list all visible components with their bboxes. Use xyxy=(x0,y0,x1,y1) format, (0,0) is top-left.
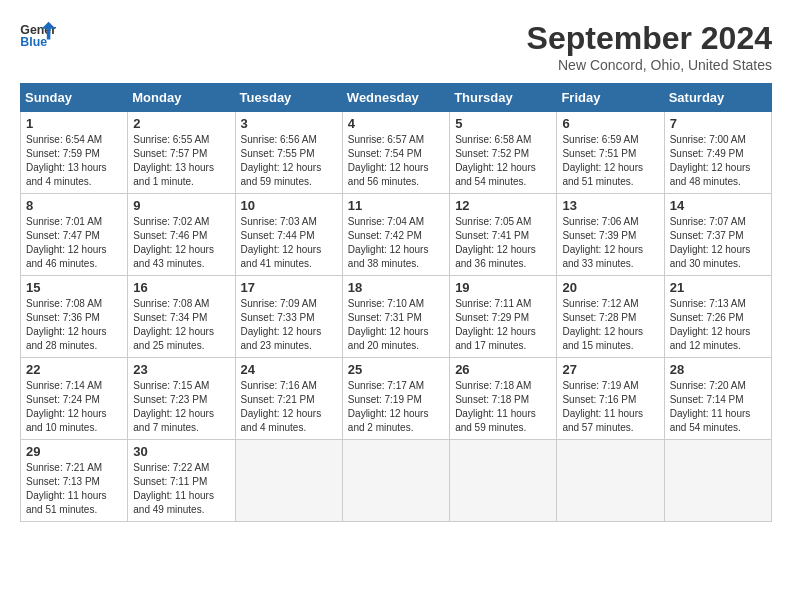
day-number: 16 xyxy=(133,280,229,295)
day-number: 1 xyxy=(26,116,122,131)
table-row: 22 Sunrise: 7:14 AM Sunset: 7:24 PM Dayl… xyxy=(21,358,128,440)
day-number: 27 xyxy=(562,362,658,377)
page-header: General Blue September 2024 New Concord,… xyxy=(20,20,772,73)
table-row: 1 Sunrise: 6:54 AM Sunset: 7:59 PM Dayli… xyxy=(21,112,128,194)
table-row: 16 Sunrise: 7:08 AM Sunset: 7:34 PM Dayl… xyxy=(128,276,235,358)
calendar-week-row: 15 Sunrise: 7:08 AM Sunset: 7:36 PM Dayl… xyxy=(21,276,772,358)
day-info: Sunrise: 7:21 AM Sunset: 7:13 PM Dayligh… xyxy=(26,461,122,517)
day-number: 5 xyxy=(455,116,551,131)
header-thursday: Thursday xyxy=(450,84,557,112)
calendar-week-row: 1 Sunrise: 6:54 AM Sunset: 7:59 PM Dayli… xyxy=(21,112,772,194)
header-tuesday: Tuesday xyxy=(235,84,342,112)
table-row: 14 Sunrise: 7:07 AM Sunset: 7:37 PM Dayl… xyxy=(664,194,771,276)
header-friday: Friday xyxy=(557,84,664,112)
day-info: Sunrise: 6:57 AM Sunset: 7:54 PM Dayligh… xyxy=(348,133,444,189)
table-row: 24 Sunrise: 7:16 AM Sunset: 7:21 PM Dayl… xyxy=(235,358,342,440)
day-number: 17 xyxy=(241,280,337,295)
day-info: Sunrise: 7:15 AM Sunset: 7:23 PM Dayligh… xyxy=(133,379,229,435)
table-row: 15 Sunrise: 7:08 AM Sunset: 7:36 PM Dayl… xyxy=(21,276,128,358)
table-row: 25 Sunrise: 7:17 AM Sunset: 7:19 PM Dayl… xyxy=(342,358,449,440)
day-info: Sunrise: 7:19 AM Sunset: 7:16 PM Dayligh… xyxy=(562,379,658,435)
table-row xyxy=(664,440,771,522)
day-number: 3 xyxy=(241,116,337,131)
table-row: 11 Sunrise: 7:04 AM Sunset: 7:42 PM Dayl… xyxy=(342,194,449,276)
calendar-week-row: 22 Sunrise: 7:14 AM Sunset: 7:24 PM Dayl… xyxy=(21,358,772,440)
day-info: Sunrise: 7:17 AM Sunset: 7:19 PM Dayligh… xyxy=(348,379,444,435)
day-number: 22 xyxy=(26,362,122,377)
day-info: Sunrise: 7:04 AM Sunset: 7:42 PM Dayligh… xyxy=(348,215,444,271)
calendar-week-row: 8 Sunrise: 7:01 AM Sunset: 7:47 PM Dayli… xyxy=(21,194,772,276)
table-row: 7 Sunrise: 7:00 AM Sunset: 7:49 PM Dayli… xyxy=(664,112,771,194)
table-row: 27 Sunrise: 7:19 AM Sunset: 7:16 PM Dayl… xyxy=(557,358,664,440)
day-number: 8 xyxy=(26,198,122,213)
day-info: Sunrise: 7:00 AM Sunset: 7:49 PM Dayligh… xyxy=(670,133,766,189)
table-row xyxy=(557,440,664,522)
day-info: Sunrise: 6:55 AM Sunset: 7:57 PM Dayligh… xyxy=(133,133,229,189)
day-info: Sunrise: 6:58 AM Sunset: 7:52 PM Dayligh… xyxy=(455,133,551,189)
day-info: Sunrise: 7:05 AM Sunset: 7:41 PM Dayligh… xyxy=(455,215,551,271)
day-info: Sunrise: 7:03 AM Sunset: 7:44 PM Dayligh… xyxy=(241,215,337,271)
table-row: 3 Sunrise: 6:56 AM Sunset: 7:55 PM Dayli… xyxy=(235,112,342,194)
day-info: Sunrise: 7:01 AM Sunset: 7:47 PM Dayligh… xyxy=(26,215,122,271)
table-row: 20 Sunrise: 7:12 AM Sunset: 7:28 PM Dayl… xyxy=(557,276,664,358)
header-wednesday: Wednesday xyxy=(342,84,449,112)
day-info: Sunrise: 7:09 AM Sunset: 7:33 PM Dayligh… xyxy=(241,297,337,353)
logo-icon: General Blue xyxy=(20,20,56,50)
day-number: 26 xyxy=(455,362,551,377)
day-number: 13 xyxy=(562,198,658,213)
day-number: 25 xyxy=(348,362,444,377)
table-row: 4 Sunrise: 6:57 AM Sunset: 7:54 PM Dayli… xyxy=(342,112,449,194)
day-number: 24 xyxy=(241,362,337,377)
table-row: 8 Sunrise: 7:01 AM Sunset: 7:47 PM Dayli… xyxy=(21,194,128,276)
day-info: Sunrise: 7:16 AM Sunset: 7:21 PM Dayligh… xyxy=(241,379,337,435)
table-row xyxy=(450,440,557,522)
table-row: 30 Sunrise: 7:22 AM Sunset: 7:11 PM Dayl… xyxy=(128,440,235,522)
day-info: Sunrise: 7:13 AM Sunset: 7:26 PM Dayligh… xyxy=(670,297,766,353)
table-row: 18 Sunrise: 7:10 AM Sunset: 7:31 PM Dayl… xyxy=(342,276,449,358)
day-info: Sunrise: 6:59 AM Sunset: 7:51 PM Dayligh… xyxy=(562,133,658,189)
table-row: 10 Sunrise: 7:03 AM Sunset: 7:44 PM Dayl… xyxy=(235,194,342,276)
day-info: Sunrise: 6:56 AM Sunset: 7:55 PM Dayligh… xyxy=(241,133,337,189)
header-saturday: Saturday xyxy=(664,84,771,112)
day-number: 11 xyxy=(348,198,444,213)
day-number: 2 xyxy=(133,116,229,131)
day-number: 14 xyxy=(670,198,766,213)
day-number: 20 xyxy=(562,280,658,295)
calendar-week-row: 29 Sunrise: 7:21 AM Sunset: 7:13 PM Dayl… xyxy=(21,440,772,522)
day-info: Sunrise: 7:11 AM Sunset: 7:29 PM Dayligh… xyxy=(455,297,551,353)
day-number: 10 xyxy=(241,198,337,213)
day-info: Sunrise: 7:06 AM Sunset: 7:39 PM Dayligh… xyxy=(562,215,658,271)
day-number: 9 xyxy=(133,198,229,213)
title-area: September 2024 New Concord, Ohio, United… xyxy=(527,20,772,73)
day-number: 19 xyxy=(455,280,551,295)
day-number: 7 xyxy=(670,116,766,131)
table-row: 17 Sunrise: 7:09 AM Sunset: 7:33 PM Dayl… xyxy=(235,276,342,358)
table-row xyxy=(342,440,449,522)
day-number: 18 xyxy=(348,280,444,295)
day-info: Sunrise: 7:08 AM Sunset: 7:36 PM Dayligh… xyxy=(26,297,122,353)
header-monday: Monday xyxy=(128,84,235,112)
day-info: Sunrise: 7:10 AM Sunset: 7:31 PM Dayligh… xyxy=(348,297,444,353)
month-title: September 2024 xyxy=(527,20,772,57)
day-info: Sunrise: 7:02 AM Sunset: 7:46 PM Dayligh… xyxy=(133,215,229,271)
location: New Concord, Ohio, United States xyxy=(527,57,772,73)
table-row: 28 Sunrise: 7:20 AM Sunset: 7:14 PM Dayl… xyxy=(664,358,771,440)
table-row: 12 Sunrise: 7:05 AM Sunset: 7:41 PM Dayl… xyxy=(450,194,557,276)
table-row: 21 Sunrise: 7:13 AM Sunset: 7:26 PM Dayl… xyxy=(664,276,771,358)
day-info: Sunrise: 7:14 AM Sunset: 7:24 PM Dayligh… xyxy=(26,379,122,435)
day-number: 15 xyxy=(26,280,122,295)
day-info: Sunrise: 6:54 AM Sunset: 7:59 PM Dayligh… xyxy=(26,133,122,189)
day-number: 23 xyxy=(133,362,229,377)
table-row: 29 Sunrise: 7:21 AM Sunset: 7:13 PM Dayl… xyxy=(21,440,128,522)
day-info: Sunrise: 7:08 AM Sunset: 7:34 PM Dayligh… xyxy=(133,297,229,353)
table-row: 26 Sunrise: 7:18 AM Sunset: 7:18 PM Dayl… xyxy=(450,358,557,440)
day-info: Sunrise: 7:18 AM Sunset: 7:18 PM Dayligh… xyxy=(455,379,551,435)
calendar-table: Sunday Monday Tuesday Wednesday Thursday… xyxy=(20,83,772,522)
day-info: Sunrise: 7:20 AM Sunset: 7:14 PM Dayligh… xyxy=(670,379,766,435)
day-number: 21 xyxy=(670,280,766,295)
day-number: 6 xyxy=(562,116,658,131)
svg-text:Blue: Blue xyxy=(20,35,47,49)
table-row: 9 Sunrise: 7:02 AM Sunset: 7:46 PM Dayli… xyxy=(128,194,235,276)
table-row: 23 Sunrise: 7:15 AM Sunset: 7:23 PM Dayl… xyxy=(128,358,235,440)
day-number: 29 xyxy=(26,444,122,459)
